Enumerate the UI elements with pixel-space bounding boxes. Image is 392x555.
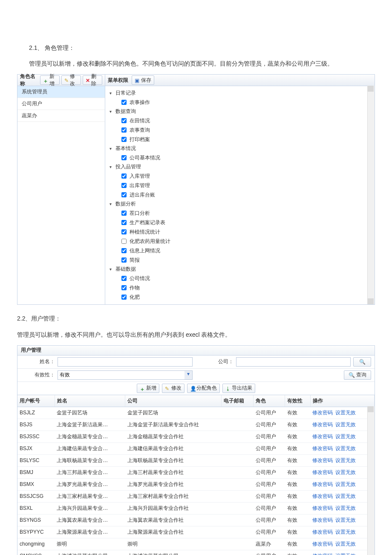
company-lookup-button[interactable]: 🔍 bbox=[353, 357, 371, 367]
role-list-item[interactable]: 蔬菜办 bbox=[17, 110, 105, 122]
change-password-link[interactable]: 修改密码 bbox=[312, 541, 333, 547]
set-invalid-link[interactable]: 设置无效 bbox=[335, 553, 356, 555]
table-row[interactable]: BSYNGS上海翼农果蔬专业合…上海翼农果蔬专业合作社公司用户有效修改密码设置无… bbox=[17, 514, 375, 526]
tree-node[interactable]: 化肥 bbox=[120, 292, 370, 302]
tree-checkbox[interactable] bbox=[121, 220, 127, 225]
change-password-link[interactable]: 修改密码 bbox=[312, 422, 333, 428]
set-invalid-link[interactable]: 设置无效 bbox=[335, 541, 356, 547]
role-list-item[interactable]: 公司用户 bbox=[17, 98, 105, 110]
filter-company-input[interactable] bbox=[236, 357, 351, 367]
table-row[interactable]: BSJSSC上海金穗蔬菜专业合…上海金穗蔬菜专业合作社公司用户有效修改密码设置无… bbox=[17, 431, 375, 442]
table-row[interactable]: chongming崇明崇明蔬菜办有效修改密码设置无效 bbox=[17, 538, 375, 550]
change-password-link[interactable]: 修改密码 bbox=[312, 493, 333, 499]
edit-role-button[interactable]: ✎ 修改 bbox=[61, 75, 81, 85]
tree-checkbox[interactable] bbox=[121, 276, 127, 281]
tree-node[interactable]: 出库管理 bbox=[120, 181, 370, 190]
change-password-link[interactable]: 修改密码 bbox=[312, 529, 333, 535]
change-password-link[interactable]: 修改密码 bbox=[312, 469, 333, 475]
tree-checkbox[interactable] bbox=[121, 155, 127, 160]
tree-checkbox[interactable] bbox=[121, 285, 127, 290]
caret-icon: ▾ bbox=[110, 202, 114, 206]
tree-node[interactable]: 在田情况 bbox=[120, 116, 370, 125]
delete-role-button[interactable]: ✕ 删除 bbox=[83, 75, 102, 85]
tree-checkbox[interactable] bbox=[121, 248, 127, 253]
change-password-link[interactable]: 修改密码 bbox=[312, 410, 333, 416]
tree-checkbox[interactable] bbox=[121, 295, 127, 300]
table-row[interactable]: BSLYSC上海联杨蔬菜专业合…上海联杨蔬菜专业合作社公司用户有效修改密码设置无… bbox=[17, 454, 375, 466]
change-password-link[interactable]: 修改密码 bbox=[312, 457, 333, 463]
tree-checkbox[interactable] bbox=[121, 192, 127, 197]
add-role-button[interactable]: ＋ 新增 bbox=[40, 75, 60, 85]
table-row[interactable]: BSJLZ金篮子园艺场金篮子园艺场公司用户有效修改密码设置无效 bbox=[17, 407, 375, 419]
table-row[interactable]: BSMX上海罗光蔬果专业合…上海罗光蔬果专业合作社公司用户有效修改密码设置无效 bbox=[17, 478, 375, 490]
change-password-link[interactable]: 修改密码 bbox=[312, 505, 333, 511]
table-cell: 公司用户 bbox=[254, 514, 285, 526]
change-password-link[interactable]: 修改密码 bbox=[312, 517, 333, 523]
tree-node[interactable]: 农事操作 bbox=[120, 98, 370, 107]
assign-role-button[interactable]: 👤 分配角色 bbox=[187, 384, 220, 393]
table-row[interactable]: BSXL上海兴升园蔬果专业…上海兴升园蔬果专业合作社公司用户有效修改密码设置无效 bbox=[17, 502, 375, 514]
tree-node[interactable]: ▾基本情况 bbox=[110, 144, 370, 153]
tree-node[interactable]: 入库管理 bbox=[120, 171, 370, 181]
table-header: 用户帐号 bbox=[17, 395, 55, 407]
tree-node[interactable]: ▾数据查询 bbox=[110, 107, 370, 116]
tree-checkbox[interactable] bbox=[121, 211, 127, 216]
change-password-link[interactable]: 修改密码 bbox=[312, 481, 333, 487]
tree-node[interactable]: 公司基本情况 bbox=[120, 153, 370, 162]
tree-node[interactable]: 信息上网情况 bbox=[120, 246, 370, 255]
tree-node[interactable]: ▾数据分析 bbox=[110, 199, 370, 208]
set-invalid-link[interactable]: 设置无效 bbox=[335, 434, 356, 439]
tree-checkbox[interactable] bbox=[121, 229, 127, 234]
table-scrollbar[interactable] bbox=[367, 406, 375, 555]
tree-node[interactable]: 化肥农药用量统计 bbox=[120, 237, 370, 246]
edit-user-button[interactable]: ✎ 修改 bbox=[162, 384, 184, 393]
tree-node[interactable]: 生产档案记录表 bbox=[120, 218, 370, 227]
table-row[interactable]: BSJS上海金篮子新洁蔬果…上海金篮子新洁蔬果专业合作社公司用户有效修改密码设置… bbox=[17, 419, 375, 431]
tree-checkbox[interactable] bbox=[121, 173, 127, 179]
add-user-button[interactable]: ＋ 新增 bbox=[137, 384, 159, 393]
tree-checkbox[interactable] bbox=[121, 100, 127, 105]
set-invalid-link[interactable]: 设置无效 bbox=[335, 410, 356, 416]
table-row[interactable]: CMCYSC上海浦达蔬菜有限公司上海浦达蔬菜有限公司公司用户有效修改密码设置无效 bbox=[17, 550, 375, 555]
set-invalid-link[interactable]: 设置无效 bbox=[335, 422, 356, 428]
tree-node[interactable]: 简报 bbox=[120, 255, 370, 265]
table-row[interactable]: BSSJCSG上海三家村蔬果专业…上海三家村蔬果专业合作社公司用户有效修改密码设… bbox=[17, 490, 375, 502]
set-invalid-link[interactable]: 设置无效 bbox=[335, 469, 356, 475]
tree-node[interactable]: 作物 bbox=[120, 283, 370, 292]
tree-checkbox[interactable] bbox=[121, 183, 127, 188]
set-invalid-link[interactable]: 设置无效 bbox=[335, 517, 356, 523]
tree-node[interactable]: 种植情况统计 bbox=[120, 227, 370, 237]
table-row[interactable]: BSYPYYC上海聚源果蔬专业合…上海聚源果蔬专业合作社公司用户有效修改密码设置… bbox=[17, 526, 375, 538]
tree-checkbox[interactable] bbox=[121, 257, 127, 263]
export-button[interactable]: ⭳ 导出结果 bbox=[222, 384, 255, 393]
tree-checkbox[interactable] bbox=[121, 118, 127, 123]
tree-node[interactable]: 茬口分析 bbox=[120, 208, 370, 218]
table-row[interactable]: BSMJ上海三邦蔬果专业合…上海三村蔬果专业合作社公司用户有效修改密码设置无效 bbox=[17, 466, 375, 478]
set-invalid-link[interactable]: 设置无效 bbox=[335, 481, 356, 487]
set-invalid-link[interactable]: 设置无效 bbox=[335, 445, 356, 451]
tree-node[interactable]: ▾日常记录 bbox=[110, 89, 370, 98]
tree-checkbox[interactable] bbox=[121, 127, 127, 133]
tree-node[interactable]: ▾投入品管理 bbox=[110, 162, 370, 171]
set-invalid-link[interactable]: 设置无效 bbox=[335, 529, 356, 535]
search-button[interactable]: 🔍 查询 bbox=[344, 370, 371, 380]
table-row[interactable]: BSJX上海建信果蔬专业合…上海建信果蔬专业合作社公司用户有效修改密码设置无效 bbox=[17, 442, 375, 454]
set-invalid-link[interactable]: 设置无效 bbox=[335, 493, 356, 499]
tree-node[interactable]: 农事查询 bbox=[120, 125, 370, 135]
tree-node[interactable]: 公司情况 bbox=[120, 274, 370, 283]
tree-checkbox[interactable] bbox=[121, 239, 127, 244]
role-list-item[interactable]: 系统管理员 bbox=[17, 86, 105, 98]
set-invalid-link[interactable]: 设置无效 bbox=[335, 505, 356, 511]
set-invalid-link[interactable]: 设置无效 bbox=[335, 457, 356, 463]
change-password-link[interactable]: 修改密码 bbox=[312, 553, 333, 555]
tree-node[interactable]: 进出库台账 bbox=[120, 190, 370, 199]
tree-checkbox[interactable] bbox=[121, 137, 127, 142]
filter-name-input[interactable] bbox=[58, 357, 193, 367]
tree-scrollbar[interactable] bbox=[367, 86, 375, 304]
tree-node[interactable]: 打印档案 bbox=[120, 135, 370, 144]
save-perm-button[interactable]: ▣ 保存 bbox=[132, 75, 154, 85]
filter-validity-select[interactable]: ▾ bbox=[58, 370, 193, 380]
change-password-link[interactable]: 修改密码 bbox=[312, 445, 333, 451]
change-password-link[interactable]: 修改密码 bbox=[312, 434, 333, 439]
tree-node[interactable]: ▾基础数据 bbox=[110, 265, 370, 274]
